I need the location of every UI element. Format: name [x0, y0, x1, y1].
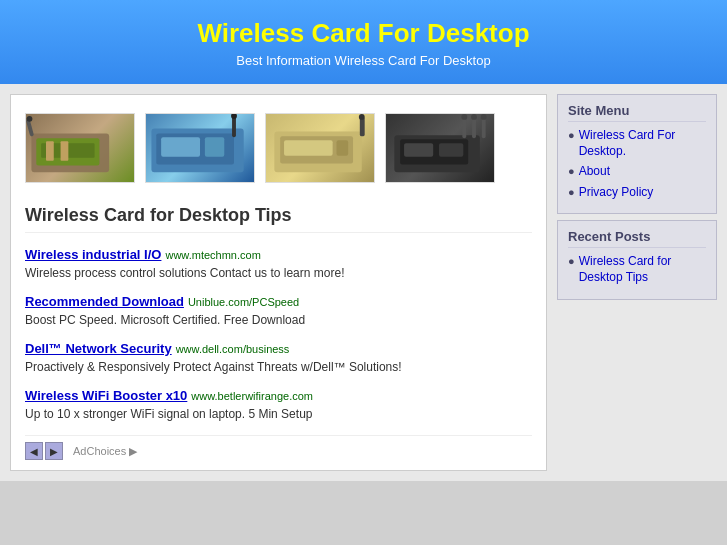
sidebar-recent-posts: Recent Posts ● Wireless Card for Desktop… [557, 220, 717, 299]
bullet-icon: ● [568, 129, 575, 141]
ad-link-1[interactable]: Wireless industrial I/O [25, 247, 161, 262]
nav-prev-button[interactable]: ◀ [25, 442, 43, 460]
svg-rect-10 [205, 137, 224, 156]
sidebar-link-about[interactable]: About [579, 164, 610, 180]
adchoices-bar: ◀ ▶ AdChoices ▶ [25, 435, 532, 460]
recent-posts-heading: Recent Posts [568, 229, 706, 248]
ad-item-4: Wireless WiFi Booster x10www.betlerwifir… [25, 388, 532, 423]
content-area: Wireless Card for Desktop Tips Wireless … [10, 94, 547, 471]
svg-point-18 [359, 114, 365, 120]
ad-domain-1: www.mtechmn.com [165, 249, 260, 261]
sidebar-link-wireless[interactable]: Wireless Card For Desktop. [579, 128, 706, 159]
svg-rect-25 [472, 117, 476, 138]
adchoices-label: AdChoices [73, 445, 126, 457]
ad-description-3: Proactively & Responsively Protect Again… [25, 358, 532, 376]
svg-rect-23 [462, 117, 466, 138]
ad-link-3[interactable]: Dell™ Network Security [25, 341, 172, 356]
ad-domain-3: www.dell.com/business [176, 343, 290, 355]
sidebar-item-privacy: ● Privacy Policy [568, 185, 706, 201]
svg-rect-15 [284, 140, 333, 156]
svg-rect-11 [232, 116, 236, 137]
ad-domain-4: www.betlerwifirange.com [191, 390, 313, 402]
svg-rect-4 [61, 141, 69, 160]
ad-item-1: Wireless industrial I/Owww.mtechmn.com W… [25, 247, 532, 282]
svg-point-26 [471, 114, 477, 120]
nav-next-button[interactable]: ▶ [45, 442, 63, 460]
ad-item-3: Dell™ Network Securitywww.dell.com/busin… [25, 341, 532, 376]
ad-description-1: Wireless process control solutions Conta… [25, 264, 532, 282]
bullet-icon: ● [568, 186, 575, 198]
adchoices-nav: ◀ ▶ [25, 442, 63, 460]
ad-description-4: Up to 10 x stronger WiFi signal on lapto… [25, 405, 532, 423]
main-wrapper: Wireless Card for Desktop Tips Wireless … [0, 84, 727, 481]
ad-link-4[interactable]: Wireless WiFi Booster x10 [25, 388, 187, 403]
bullet-icon: ● [568, 255, 575, 267]
page-title: Wireless Card for Desktop Tips [25, 205, 532, 233]
ad-domain-2: Uniblue.com/PCSpeed [188, 296, 299, 308]
images-strip [25, 105, 532, 191]
svg-rect-16 [337, 140, 349, 156]
site-header: Wireless Card For Desktop Best Informati… [0, 0, 727, 84]
sidebar-item-about: ● About [568, 164, 706, 180]
svg-rect-17 [360, 117, 365, 136]
svg-point-12 [231, 114, 237, 119]
card-image-4 [385, 113, 495, 183]
site-menu-heading: Site Menu [568, 103, 706, 122]
card-image-2 [145, 113, 255, 183]
svg-point-28 [481, 114, 487, 120]
sidebar: Site Menu ● Wireless Card For Desktop. ●… [557, 94, 717, 471]
ad-description-2: Boost PC Speed. Microsoft Certified. Fre… [25, 311, 532, 329]
sidebar-link-recent-1[interactable]: Wireless Card for Desktop Tips [579, 254, 706, 285]
ad-item-2: Recommended DownloadUniblue.com/PCSpeed … [25, 294, 532, 329]
svg-rect-21 [404, 143, 433, 157]
sidebar-link-privacy[interactable]: Privacy Policy [579, 185, 654, 201]
svg-rect-27 [482, 117, 486, 138]
card-image-3 [265, 113, 375, 183]
adchoices-icon: ▶ [129, 445, 137, 458]
svg-point-24 [461, 114, 467, 120]
svg-rect-9 [161, 137, 200, 156]
card-image-1 [25, 113, 135, 183]
site-subtitle: Best Information Wireless Card For Deskt… [20, 53, 707, 68]
svg-point-6 [27, 116, 33, 122]
sidebar-item-recent-1: ● Wireless Card for Desktop Tips [568, 254, 706, 285]
svg-rect-22 [439, 143, 463, 157]
sidebar-site-menu: Site Menu ● Wireless Card For Desktop. ●… [557, 94, 717, 214]
sidebar-item-wireless: ● Wireless Card For Desktop. [568, 128, 706, 159]
svg-rect-3 [46, 141, 54, 160]
ad-link-2[interactable]: Recommended Download [25, 294, 184, 309]
site-title: Wireless Card For Desktop [20, 18, 707, 49]
bullet-icon: ● [568, 165, 575, 177]
